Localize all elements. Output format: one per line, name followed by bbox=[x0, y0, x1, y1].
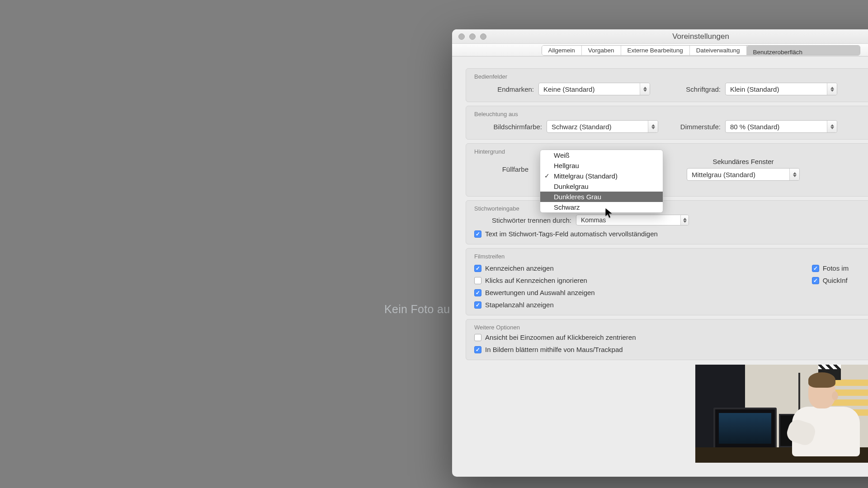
chevron-updown-icon bbox=[827, 83, 837, 95]
screencolor-label: Bildschirmfarbe: bbox=[474, 123, 542, 131]
main-empty-text: Kein Foto au bbox=[384, 303, 450, 316]
cursor-icon bbox=[605, 208, 612, 218]
checkbox-icon bbox=[474, 277, 481, 284]
checkbox-icon bbox=[812, 277, 819, 284]
prefs-body: Bedienfelder Endmarken: Keine (Standard)… bbox=[452, 56, 868, 360]
autocomplete-label: Text im Stichwort-Tags-Feld automatisch … bbox=[485, 230, 658, 238]
close-icon[interactable] bbox=[458, 33, 465, 40]
fontsize-value: Klein (Standard) bbox=[730, 85, 779, 93]
group-title: Stichworteingabe bbox=[474, 205, 868, 212]
group-title: Filmstreifen bbox=[474, 253, 868, 260]
prefs-tabbar: AllgemeinVorgabenExterne BearbeitungDate… bbox=[452, 44, 868, 56]
autocomplete-checkbox[interactable]: Text im Stichwort-Tags-Feld automatisch … bbox=[474, 230, 658, 238]
checkbox-icon bbox=[812, 265, 819, 272]
fontsize-label: Schriftgrad: bbox=[655, 85, 721, 93]
fillcolor-option[interactable]: Weiß bbox=[540, 150, 663, 160]
show-ratings-checkbox-label: Bewertungen und Auswahl anzeigen bbox=[485, 289, 595, 296]
group-title: Weitere Optionen bbox=[474, 324, 868, 331]
separator-value: Kommas bbox=[581, 216, 606, 224]
tab-vorgaben[interactable]: Vorgaben bbox=[582, 46, 621, 55]
group-title: Bedienfelder bbox=[474, 73, 868, 80]
chevron-updown-icon bbox=[680, 215, 689, 225]
chevron-updown-icon bbox=[648, 121, 658, 132]
minimize-icon[interactable] bbox=[469, 33, 476, 40]
scroll-images-checkbox[interactable]: In Bildern blättern mithilfe von Maus/Tr… bbox=[474, 346, 868, 353]
dimlevel-value: 80 % (Standard) bbox=[730, 123, 779, 131]
center-on-zoom-checkbox-label: Ansicht bei Einzoomen auf Klickbereich z… bbox=[485, 333, 636, 341]
quickinfo-checkbox-label: QuickInf bbox=[823, 277, 848, 284]
fillcolor-option[interactable]: Mittelgrau (Standard) bbox=[540, 171, 663, 181]
window-title: Voreinstellungen bbox=[452, 32, 868, 41]
group-lightsout: Beleuchtung aus Bildschirmfarbe: Schwarz… bbox=[466, 106, 868, 140]
tab-dateiverwaltung[interactable]: Dateiverwaltung bbox=[690, 46, 747, 55]
checkbox-icon bbox=[474, 265, 481, 272]
checkbox-icon bbox=[474, 230, 481, 238]
show-stackcount-checkbox-label: Stapelanzahl anzeigen bbox=[485, 301, 554, 309]
separator-label: Stichwörter trennen durch: bbox=[474, 216, 571, 224]
chevron-updown-icon bbox=[789, 169, 799, 180]
tab-benutzeroberfl-ch[interactable]: Benutzeroberfläch bbox=[747, 46, 860, 56]
window-controls bbox=[452, 33, 486, 40]
maximize-icon[interactable] bbox=[480, 33, 486, 40]
show-badges-checkbox[interactable]: Kennzeichen anzeigen bbox=[474, 264, 595, 272]
fillcolor-option[interactable]: Schwarz bbox=[540, 202, 663, 212]
photos-in-checkbox-label: Fotos im bbox=[823, 264, 849, 272]
group-title: Beleuchtung aus bbox=[474, 111, 868, 117]
secondary-fill-select[interactable]: Mittelgrau (Standard) bbox=[687, 168, 800, 181]
endmarks-value: Keine (Standard) bbox=[543, 85, 594, 93]
secondary-window-header: Sekundäres Fenster bbox=[712, 158, 774, 165]
endmarks-label: Endmarken: bbox=[474, 85, 534, 93]
group-background: Hintergrund Füllfarbe Sekundäres Fenster… bbox=[466, 143, 868, 197]
center-on-zoom-checkbox[interactable]: Ansicht bei Einzoomen auf Klickbereich z… bbox=[474, 333, 868, 341]
dimlevel-label: Dimmerstufe: bbox=[663, 123, 721, 131]
show-ratings-checkbox[interactable]: Bewertungen und Auswahl anzeigen bbox=[474, 289, 595, 296]
titlebar: Voreinstellungen bbox=[452, 29, 868, 44]
dimlevel-select[interactable]: 80 % (Standard) bbox=[725, 120, 837, 133]
screencolor-value: Schwarz (Standard) bbox=[552, 123, 612, 131]
fillcolor-option[interactable]: Hellgrau bbox=[540, 160, 663, 171]
photos-in-checkbox[interactable]: Fotos im bbox=[812, 264, 849, 272]
separator-select[interactable]: Kommas bbox=[576, 215, 689, 225]
checkbox-icon bbox=[474, 301, 481, 309]
webcam-thumbnail bbox=[695, 365, 868, 463]
chevron-updown-icon bbox=[640, 83, 650, 95]
scroll-images-checkbox-label: In Bildern blättern mithilfe von Maus/Tr… bbox=[485, 346, 623, 353]
show-stackcount-checkbox[interactable]: Stapelanzahl anzeigen bbox=[474, 301, 595, 309]
endmarks-select[interactable]: Keine (Standard) bbox=[538, 83, 650, 95]
chevron-updown-icon bbox=[827, 121, 837, 132]
checkbox-icon bbox=[474, 346, 481, 353]
group-title: Hintergrund bbox=[474, 148, 868, 155]
tab-externe-bearbeitung[interactable]: Externe Bearbeitung bbox=[621, 46, 690, 55]
group-keywords: Stichworteingabe Stichwörter trennen dur… bbox=[466, 200, 868, 244]
checkbox-icon bbox=[474, 289, 481, 296]
secondary-fill-value: Mittelgrau (Standard) bbox=[692, 171, 755, 178]
screencolor-select[interactable]: Schwarz (Standard) bbox=[547, 120, 658, 133]
group-filmstrip: Filmstreifen Kennzeichen anzeigenKlicks … bbox=[466, 248, 868, 315]
show-badges-checkbox-label: Kennzeichen anzeigen bbox=[485, 264, 554, 272]
fontsize-select[interactable]: Klein (Standard) bbox=[725, 83, 837, 95]
group-panels: Bedienfelder Endmarken: Keine (Standard)… bbox=[466, 68, 868, 102]
checkbox-icon bbox=[474, 334, 481, 341]
quickinfo-checkbox[interactable]: QuickInf bbox=[812, 277, 849, 284]
fillcolor-dropdown[interactable]: WeißHellgrauMittelgrau (Standard)Dunkelg… bbox=[540, 150, 663, 213]
group-more: Weitere Optionen Ansicht bei Einzoomen a… bbox=[466, 319, 868, 360]
fillcolor-option[interactable]: Dunkleres Grau bbox=[540, 192, 663, 202]
fillcolor-label: Füllfarbe bbox=[474, 165, 528, 173]
tab-allgemein[interactable]: Allgemein bbox=[542, 46, 582, 55]
ignore-badge-clicks-checkbox[interactable]: Klicks auf Kennzeichen ignorieren bbox=[474, 277, 595, 284]
fillcolor-option[interactable]: Dunkelgrau bbox=[540, 181, 663, 192]
ignore-badge-clicks-checkbox-label: Klicks auf Kennzeichen ignorieren bbox=[485, 277, 587, 284]
